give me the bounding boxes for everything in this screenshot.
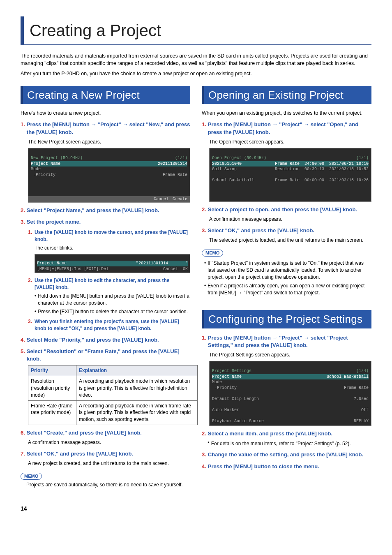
ss-row: Golf Swing — [212, 166, 237, 172]
ss-row: Default Clip Length — [212, 396, 259, 402]
step-text: Select Mode "Priority," and press the [V… — [27, 336, 190, 344]
step7-subtext: A new project is created, and the unit r… — [28, 460, 190, 467]
step-text: Change the value of the setting, and pre… — [208, 451, 371, 458]
conf-step-2: 2. Select a menu item, and press the [VA… — [202, 430, 371, 437]
ss-val: Frame Rate — [344, 385, 369, 391]
create-step-3: 3. Set the project name. — [21, 218, 190, 226]
ss-cancel: Cancel — [163, 267, 178, 271]
ss-val: REPLAY — [354, 419, 369, 424]
conf-step-1: 1. Press the [MENU] button → "Project" →… — [202, 334, 371, 349]
open-step1-sub: The Open Project screen appears. — [209, 139, 371, 146]
substep-text: Use the [VALUE] knob to move the cursor,… — [35, 229, 190, 243]
open-step-3: 3. Select "OK," and press the [VALUE] kn… — [202, 227, 371, 234]
substep-3-1: 1. Use the [VALUE] knob to move the curs… — [28, 229, 190, 243]
step-number: 3. — [202, 451, 206, 458]
ss-row: -Priority — [31, 172, 55, 178]
step-text: Select a project to open, and then press… — [208, 206, 371, 213]
step-number: 3. — [202, 227, 206, 234]
ss-val: Frame Rate — [163, 172, 187, 178]
ss-page: (1/1) — [175, 155, 187, 161]
intro-para-1: The recorded materials and materials imp… — [21, 53, 371, 67]
step-number: 5. — [21, 348, 25, 355]
step-number: 7. — [21, 450, 25, 458]
create-step-2: 2. Select "Project Name," and press the … — [21, 207, 190, 214]
step-number: 1. — [21, 121, 25, 128]
substep-3-1-sub: The cursor blinks. — [35, 245, 190, 252]
create-step-6: 6. Select "Create," and press the [VALUE… — [21, 429, 190, 437]
ss-title: Open Project (59.94Hz) — [212, 156, 266, 160]
open-step-2: 2. Select a project to open, and then pr… — [202, 206, 371, 213]
create-step-4: 4. Select Mode "Priority," and press the… — [21, 336, 190, 344]
step-text: Select "OK," and press the [VALUE] knob. — [27, 450, 190, 458]
step-text: Select "OK," and press the [VALUE] knob. — [208, 227, 371, 234]
ss-row: Project Name — [31, 161, 60, 167]
ss-val: 7.0sec — [354, 396, 369, 402]
create-step-7: 7. Select "OK," and press the [VALUE] kn… — [21, 450, 190, 458]
ss-page: (1/4) — [356, 368, 369, 374]
memo-label: MEMO — [21, 473, 42, 480]
substep-number: 2. — [28, 277, 32, 291]
memo-item: Even if a project is already open, you c… — [204, 282, 371, 296]
heading-configuring: Configuring the Project Settings — [202, 310, 371, 328]
ss-page: (1/1) — [356, 155, 369, 161]
step1-subtext: The New Project screen appears. — [28, 139, 190, 146]
ss-row: -Priority — [212, 385, 237, 391]
step-text: Press the [MENU] button → "Project" → se… — [27, 121, 190, 136]
ss-row: Playback Audio Source — [212, 419, 264, 424]
screenshot-new-project: New Project (59.94Hz)(1/1) Project Name2… — [28, 148, 190, 203]
ss-ok: OK — [183, 267, 188, 271]
page-number: 14 — [21, 505, 371, 513]
step-text: Select a menu item, and press the [VALUE… — [208, 430, 371, 437]
conf-step2-note: For details on the menu items, refer to … — [208, 440, 371, 447]
step-text: Select "Create," and press the [VALUE] k… — [27, 429, 190, 437]
memo-label: MEMO — [202, 250, 223, 257]
ss-title: Project Settings — [212, 369, 251, 373]
screenshot-open-project: Open Project (59.94Hz)(1/1) 202105151040… — [209, 148, 371, 202]
step-number: 1. — [202, 121, 206, 128]
step-number: 3. — [21, 218, 25, 226]
intro-block: The recorded materials and materials imp… — [21, 53, 371, 78]
lead-open: When you open an existing project, this … — [202, 110, 371, 117]
td: A recording and playback mode in which r… — [76, 376, 198, 400]
heading-opening-existing: Opening an Existing Project — [202, 86, 371, 104]
memo-text: Projects are saved automatically, so the… — [26, 481, 190, 488]
step-text: Press the [MENU] button → "Project" → se… — [208, 334, 371, 349]
left-column: Creating a New Project Here's how to cre… — [21, 86, 190, 489]
ss-row: Project Name — [212, 374, 242, 380]
step-number: 2. — [202, 430, 206, 437]
open-step3-sub: The selected project is loaded, and the … — [209, 237, 371, 244]
right-column: Opening an Existing Project When you ope… — [202, 86, 371, 489]
step-text: Set the project name. — [27, 218, 190, 226]
substep-text: Use the [VALUE] knob to edit the charact… — [35, 277, 190, 291]
step-number: 4. — [202, 463, 206, 470]
step-number: 4. — [21, 336, 25, 344]
heading-creating-new: Creating a New Project — [21, 86, 190, 104]
th-explanation: Explanation — [76, 365, 198, 376]
ss-title: New Project (59.94Hz) — [31, 156, 83, 160]
step-text: Select "Resolution" or "Frame Rate," and… — [27, 348, 190, 363]
open-step-1: 1. Press the [MENU] button → "Project" →… — [202, 121, 371, 136]
screenshot-project-settings: Project Settings(1/4) Project NameSchool… — [209, 361, 371, 426]
page-title: Creating a Project — [21, 16, 371, 45]
substep-number: 3. — [28, 318, 32, 332]
td: A recording and playback mode in which f… — [76, 400, 198, 425]
step6-subtext: A confirmation message appears. — [28, 439, 190, 446]
substep-3-3: 3. When you finish entering the project'… — [28, 318, 190, 332]
step-text: Press the [MENU] button to close the men… — [208, 463, 371, 470]
th-priority: Priority — [28, 365, 76, 376]
bullet: Hold down the [MENU] button and press th… — [35, 293, 190, 307]
step-number: 2. — [202, 206, 206, 213]
lead-create: Here's how to create a new project. — [21, 110, 190, 117]
ss-row: 202105151040 — [212, 161, 242, 167]
ss-val: 202111301314 — [158, 161, 187, 167]
ss-val: Off — [361, 407, 369, 413]
ss-val: School Basketball — [327, 374, 369, 380]
ss-row: Mode — [31, 167, 41, 171]
step-text: Select "Project Name," and press the [VA… — [27, 207, 190, 214]
create-step-5: 5. Select "Resolution" or "Frame Rate," … — [21, 348, 190, 363]
td: Frame Rate (frame rate priority mode) — [28, 400, 76, 425]
bullet: Press the [EXIT] button to delete the ch… — [35, 308, 190, 315]
ss-row: School Basketball — [212, 178, 254, 183]
substep-text: When you finish entering the project's n… — [35, 318, 190, 332]
ss-val: "202111301314 " — [136, 261, 188, 266]
